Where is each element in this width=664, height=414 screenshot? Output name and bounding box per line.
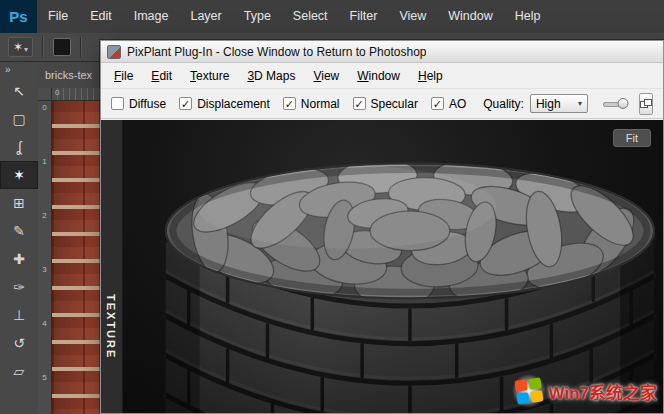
tool-preset-picker[interactable]: ✶ ▾ <box>8 37 33 57</box>
divider <box>42 37 44 57</box>
pixplant-menu-file[interactable]: File <box>105 65 142 87</box>
checkbox-diffuse[interactable] <box>111 97 124 110</box>
fit-button[interactable]: Fit <box>613 129 651 147</box>
checkbox-displacement[interactable]: ✓ <box>179 97 192 110</box>
ruler-number: 5 <box>38 371 51 414</box>
ps-menu-type[interactable]: Type <box>233 0 282 33</box>
ruler-origin-label: 0 <box>55 88 59 97</box>
checkbox-specular[interactable]: ✓ <box>353 97 366 110</box>
photoshop-menus: FileEditImageLayerTypeSelectFilterViewWi… <box>37 0 551 33</box>
texture-tab-label: TEXTURE <box>105 294 117 359</box>
watermark-text: Win7系统之家 <box>549 379 657 404</box>
panel-collapse-chevron-icon[interactable]: » <box>0 62 38 77</box>
dual-view-button[interactable] <box>639 93 653 115</box>
slider-thumb[interactable] <box>617 98 628 109</box>
quality-slider[interactable] <box>603 94 626 113</box>
checkbox-normal[interactable]: ✓ <box>283 97 296 110</box>
watermark: Win7系统之家 <box>512 374 657 408</box>
lasso-tool[interactable]: ʆ <box>0 133 38 161</box>
map-label: AO <box>449 97 466 111</box>
move-tool[interactable]: ↖ <box>0 77 38 105</box>
map-label: Specular <box>371 97 418 111</box>
photoshop-tools-panel: » ↖▢ʆ✶⊞✎✚✑⊥↺▱ <box>0 62 39 414</box>
map-toggle-ao[interactable]: ✓AO <box>431 97 466 111</box>
ruler-number: 2 <box>38 209 51 263</box>
quality-label: Quality: <box>483 97 524 111</box>
quality-dropdown[interactable]: High ▾ <box>530 94 588 113</box>
map-label: Displacement <box>197 97 270 111</box>
divider <box>80 37 82 57</box>
ruler-number: 3 <box>38 263 51 317</box>
pixplant-toolbar: Diffuse✓Displacement✓Normal✓Specular✓AO … <box>101 89 663 119</box>
preview-area: TEXTURE <box>101 120 663 413</box>
crop-tool[interactable]: ⊞ <box>0 189 38 217</box>
ps-menu-image[interactable]: Image <box>123 0 180 33</box>
map-toggle-displacement[interactable]: ✓Displacement <box>179 97 270 111</box>
history-brush-tool[interactable]: ↺ <box>0 329 38 357</box>
ps-menu-edit[interactable]: Edit <box>79 0 123 33</box>
ruler-corner <box>38 88 52 101</box>
pixplant-menu-texture[interactable]: Texture <box>181 65 238 87</box>
tab-texture[interactable]: TEXTURE <box>101 120 123 413</box>
pixplant-menu-help[interactable]: Help <box>409 65 452 87</box>
eraser-tool[interactable]: ▱ <box>0 357 38 385</box>
magic-wand-icon: ✶ <box>13 40 23 54</box>
checkbox-ao[interactable]: ✓ <box>431 97 444 110</box>
pixplant-menu-view[interactable]: View <box>304 65 348 87</box>
eyedropper-tool[interactable]: ✎ <box>0 217 38 245</box>
map-toggle-specular[interactable]: ✓Specular <box>353 97 418 111</box>
pixplant-window: PixPlant Plug-In - Close Window to Retur… <box>100 40 664 414</box>
ps-menu-layer[interactable]: Layer <box>179 0 232 33</box>
marquee-tool[interactable]: ▢ <box>0 105 38 133</box>
pixplant-menubar: FileEditTexture3D MapsViewWindowHelp <box>101 63 663 89</box>
pixplant-menu-3d-maps[interactable]: 3D Maps <box>238 65 304 87</box>
photoshop-menubar: Ps FileEditImageLayerTypeSelectFilterVie… <box>0 0 664 34</box>
clone-stamp-tool[interactable]: ⊥ <box>0 301 38 329</box>
ps-menu-view[interactable]: View <box>388 0 437 33</box>
magic-wand-tool[interactable]: ✶ <box>0 161 38 189</box>
dual-view-icon <box>640 99 652 109</box>
ruler-number: 0 <box>38 101 51 155</box>
windows-logo-icon <box>512 374 546 408</box>
map-label: Diffuse <box>129 97 166 111</box>
pixplant-menu-edit[interactable]: Edit <box>142 65 181 87</box>
healing-brush-tool[interactable]: ✚ <box>0 245 38 273</box>
pixplant-icon <box>107 45 121 59</box>
dropdown-arrow-icon: ▾ <box>24 45 28 54</box>
ps-menu-file[interactable]: File <box>37 0 79 33</box>
quality-value: High <box>536 97 561 111</box>
ps-menu-filter[interactable]: Filter <box>339 0 389 33</box>
ruler-number: 4 <box>38 317 51 371</box>
map-toggle-normal[interactable]: ✓Normal <box>283 97 340 111</box>
vertical-ruler: 012345 <box>38 101 52 414</box>
photoshop-logo: Ps <box>0 0 37 33</box>
map-label: Normal <box>301 97 340 111</box>
map-toggle-diffuse[interactable]: Diffuse <box>111 97 166 111</box>
ps-menu-window[interactable]: Window <box>437 0 503 33</box>
quality-group: Quality: High ▾ <box>483 94 588 113</box>
chevron-down-icon: ▾ <box>578 99 582 108</box>
pixplant-titlebar[interactable]: PixPlant Plug-In - Close Window to Retur… <box>101 41 663 63</box>
pixplant-window-title: PixPlant Plug-In - Close Window to Retur… <box>127 45 426 59</box>
pixplant-menu-window[interactable]: Window <box>348 65 409 87</box>
preview-3d-viewport[interactable] <box>123 120 663 413</box>
screen: Ps FileEditImageLayerTypeSelectFilterVie… <box>0 0 664 414</box>
ruler-number: 1 <box>38 155 51 209</box>
ps-menu-select[interactable]: Select <box>282 0 339 33</box>
ps-menu-help[interactable]: Help <box>504 0 552 33</box>
brush-preview-swatch[interactable] <box>53 38 71 56</box>
brush-tool[interactable]: ✑ <box>0 273 38 301</box>
